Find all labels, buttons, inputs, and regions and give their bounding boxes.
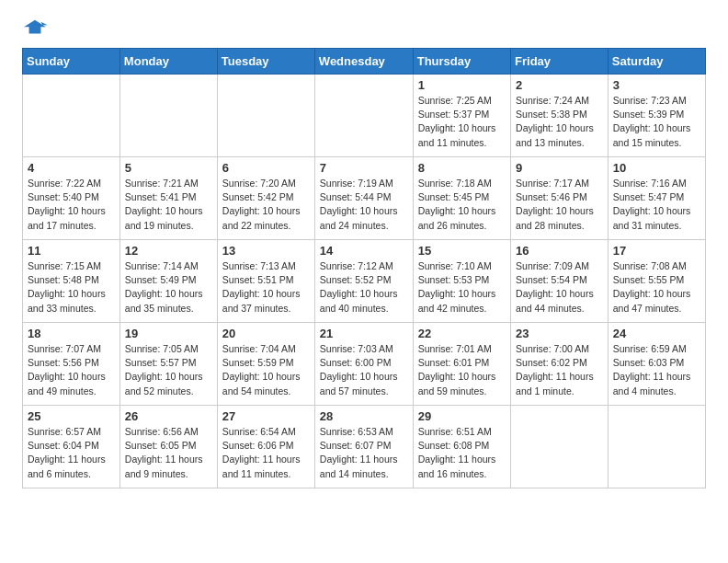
calendar-cell: 13Sunrise: 7:13 AM Sunset: 5:51 PM Dayli… xyxy=(217,240,314,323)
header-friday: Friday xyxy=(511,49,609,75)
calendar-cell: 29Sunrise: 6:51 AM Sunset: 6:08 PM Dayli… xyxy=(413,406,510,488)
day-number: 1 xyxy=(418,78,506,92)
day-info: Sunrise: 7:03 AM Sunset: 6:00 PM Dayligh… xyxy=(320,342,408,398)
day-info: Sunrise: 7:25 AM Sunset: 5:37 PM Dayligh… xyxy=(418,94,506,150)
day-number: 29 xyxy=(418,409,506,423)
day-number: 28 xyxy=(320,409,408,423)
day-number: 27 xyxy=(222,409,310,423)
day-info: Sunrise: 7:14 AM Sunset: 5:49 PM Dayligh… xyxy=(125,259,212,316)
header-tuesday: Tuesday xyxy=(217,49,314,75)
day-info: Sunrise: 7:24 AM Sunset: 5:38 PM Dayligh… xyxy=(516,94,603,150)
day-info: Sunrise: 7:18 AM Sunset: 5:45 PM Dayligh… xyxy=(418,177,506,233)
day-info: Sunrise: 7:07 AM Sunset: 5:56 PM Dayligh… xyxy=(28,342,115,398)
day-number: 21 xyxy=(320,327,408,340)
day-number: 20 xyxy=(222,327,310,340)
calendar-cell: 21Sunrise: 7:03 AM Sunset: 6:00 PM Dayli… xyxy=(314,323,413,406)
calendar-cell xyxy=(314,75,413,157)
calendar-cell: 18Sunrise: 7:07 AM Sunset: 5:56 PM Dayli… xyxy=(23,323,120,406)
calendar-cell: 14Sunrise: 7:12 AM Sunset: 5:52 PM Dayli… xyxy=(314,240,413,323)
calendar-cell: 8Sunrise: 7:18 AM Sunset: 5:45 PM Daylig… xyxy=(413,157,510,240)
day-info: Sunrise: 7:22 AM Sunset: 5:40 PM Dayligh… xyxy=(28,177,115,233)
calendar-header-row: SundayMondayTuesdayWednesdayThursdayFrid… xyxy=(23,49,706,75)
calendar-cell: 24Sunrise: 6:59 AM Sunset: 6:03 PM Dayli… xyxy=(608,323,705,406)
calendar-cell: 4Sunrise: 7:22 AM Sunset: 5:40 PM Daylig… xyxy=(23,157,120,240)
day-info: Sunrise: 6:53 AM Sunset: 6:07 PM Dayligh… xyxy=(320,425,408,481)
day-number: 23 xyxy=(516,327,603,340)
day-info: Sunrise: 6:51 AM Sunset: 6:08 PM Dayligh… xyxy=(418,425,506,481)
calendar-cell: 20Sunrise: 7:04 AM Sunset: 5:59 PM Dayli… xyxy=(217,323,314,406)
day-number: 10 xyxy=(613,161,700,175)
calendar-cell: 9Sunrise: 7:17 AM Sunset: 5:46 PM Daylig… xyxy=(511,157,609,240)
header-saturday: Saturday xyxy=(608,49,705,75)
day-number: 5 xyxy=(125,161,212,175)
calendar-cell: 17Sunrise: 7:08 AM Sunset: 5:55 PM Dayli… xyxy=(608,240,705,323)
day-info: Sunrise: 7:08 AM Sunset: 5:55 PM Dayligh… xyxy=(613,259,700,316)
calendar-cell: 3Sunrise: 7:23 AM Sunset: 5:39 PM Daylig… xyxy=(608,75,705,157)
calendar-cell: 25Sunrise: 6:57 AM Sunset: 6:04 PM Dayli… xyxy=(23,406,120,488)
calendar-cell: 10Sunrise: 7:16 AM Sunset: 5:47 PM Dayli… xyxy=(608,157,705,240)
day-info: Sunrise: 7:04 AM Sunset: 5:59 PM Dayligh… xyxy=(222,342,310,398)
header-thursday: Thursday xyxy=(413,49,510,75)
header-wednesday: Wednesday xyxy=(314,49,413,75)
calendar-cell: 19Sunrise: 7:05 AM Sunset: 5:57 PM Dayli… xyxy=(119,323,217,406)
calendar-cell: 2Sunrise: 7:24 AM Sunset: 5:38 PM Daylig… xyxy=(511,75,609,157)
day-info: Sunrise: 7:21 AM Sunset: 5:41 PM Dayligh… xyxy=(125,177,212,233)
calendar-cell xyxy=(217,75,314,157)
calendar-week-2: 4Sunrise: 7:22 AM Sunset: 5:40 PM Daylig… xyxy=(23,157,706,240)
calendar-cell xyxy=(608,406,705,488)
day-info: Sunrise: 7:12 AM Sunset: 5:52 PM Dayligh… xyxy=(320,259,408,316)
calendar-cell xyxy=(23,75,120,157)
day-number: 26 xyxy=(125,409,212,423)
day-info: Sunrise: 7:05 AM Sunset: 5:57 PM Dayligh… xyxy=(125,342,212,398)
day-number: 19 xyxy=(125,327,212,340)
calendar-week-4: 18Sunrise: 7:07 AM Sunset: 5:56 PM Dayli… xyxy=(23,323,706,406)
day-number: 3 xyxy=(613,78,700,92)
svg-marker-0 xyxy=(24,20,46,34)
calendar-cell: 11Sunrise: 7:15 AM Sunset: 5:48 PM Dayli… xyxy=(23,240,120,323)
day-info: Sunrise: 7:19 AM Sunset: 5:44 PM Dayligh… xyxy=(320,177,408,233)
day-number: 25 xyxy=(28,409,115,423)
day-info: Sunrise: 6:59 AM Sunset: 6:03 PM Dayligh… xyxy=(613,342,700,398)
day-info: Sunrise: 7:15 AM Sunset: 5:48 PM Dayligh… xyxy=(28,259,115,316)
day-number: 17 xyxy=(613,244,700,258)
calendar-cell xyxy=(511,406,609,488)
calendar-cell: 7Sunrise: 7:19 AM Sunset: 5:44 PM Daylig… xyxy=(314,157,413,240)
day-number: 6 xyxy=(222,161,310,175)
day-number: 7 xyxy=(320,161,408,175)
day-number: 8 xyxy=(418,161,506,175)
calendar-week-5: 25Sunrise: 6:57 AM Sunset: 6:04 PM Dayli… xyxy=(23,406,706,488)
calendar-cell: 22Sunrise: 7:01 AM Sunset: 6:01 PM Dayli… xyxy=(413,323,510,406)
page-header xyxy=(22,18,706,39)
day-number: 11 xyxy=(28,244,115,258)
day-info: Sunrise: 7:17 AM Sunset: 5:46 PM Dayligh… xyxy=(516,177,603,233)
day-number: 22 xyxy=(418,327,506,340)
day-number: 12 xyxy=(125,244,212,258)
logo-icon xyxy=(22,18,48,39)
header-sunday: Sunday xyxy=(23,49,120,75)
day-info: Sunrise: 7:20 AM Sunset: 5:42 PM Dayligh… xyxy=(222,177,310,233)
day-info: Sunrise: 6:54 AM Sunset: 6:06 PM Dayligh… xyxy=(222,425,310,481)
day-number: 18 xyxy=(28,327,115,340)
calendar-cell: 27Sunrise: 6:54 AM Sunset: 6:06 PM Dayli… xyxy=(217,406,314,488)
day-info: Sunrise: 7:13 AM Sunset: 5:51 PM Dayligh… xyxy=(222,259,310,316)
day-number: 24 xyxy=(613,327,700,340)
calendar-cell: 12Sunrise: 7:14 AM Sunset: 5:49 PM Dayli… xyxy=(119,240,217,323)
day-number: 14 xyxy=(320,244,408,258)
day-info: Sunrise: 7:10 AM Sunset: 5:53 PM Dayligh… xyxy=(418,259,506,316)
calendar-cell: 15Sunrise: 7:10 AM Sunset: 5:53 PM Dayli… xyxy=(413,240,510,323)
day-number: 4 xyxy=(28,161,115,175)
calendar-week-1: 1Sunrise: 7:25 AM Sunset: 5:37 PM Daylig… xyxy=(23,75,706,157)
day-number: 2 xyxy=(516,78,603,92)
day-number: 15 xyxy=(418,244,506,258)
header-monday: Monday xyxy=(119,49,217,75)
calendar-week-3: 11Sunrise: 7:15 AM Sunset: 5:48 PM Dayli… xyxy=(23,240,706,323)
calendar-cell xyxy=(119,75,217,157)
calendar-cell: 26Sunrise: 6:56 AM Sunset: 6:05 PM Dayli… xyxy=(119,406,217,488)
calendar-cell: 23Sunrise: 7:00 AM Sunset: 6:02 PM Dayli… xyxy=(511,323,609,406)
calendar-table: SundayMondayTuesdayWednesdayThursdayFrid… xyxy=(22,48,706,488)
calendar-cell: 6Sunrise: 7:20 AM Sunset: 5:42 PM Daylig… xyxy=(217,157,314,240)
calendar-cell: 1Sunrise: 7:25 AM Sunset: 5:37 PM Daylig… xyxy=(413,75,510,157)
day-number: 16 xyxy=(516,244,603,258)
day-info: Sunrise: 6:56 AM Sunset: 6:05 PM Dayligh… xyxy=(125,425,212,481)
calendar-cell: 5Sunrise: 7:21 AM Sunset: 5:41 PM Daylig… xyxy=(119,157,217,240)
